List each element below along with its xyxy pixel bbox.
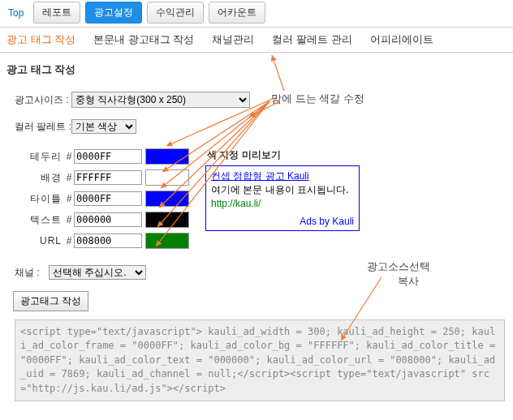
hash-icon: #	[64, 214, 74, 225]
select-palette[interactable]: 기본 색상	[71, 119, 136, 134]
annotation-source-note-2: 복사	[398, 274, 419, 289]
input-bg-color[interactable]	[74, 170, 142, 185]
label-bg: 배경	[15, 171, 64, 185]
swatch-url	[145, 233, 189, 249]
label-channel: 채널 :	[15, 266, 49, 280]
preview-text: 여기에 본문 내용이 표시됩니다.	[211, 183, 354, 197]
subtab-create-tag[interactable]: 광고 태그 작성	[6, 32, 75, 47]
swatch-title	[145, 191, 189, 207]
preview-box: 컨셉 정합형 광고 Kauli 여기에 본문 내용이 표시됩니다. http:/…	[205, 165, 360, 231]
subtab-palette[interactable]: 컬러 팔레트 관리	[272, 32, 351, 47]
preview-heading: 색 지정 미리보기	[207, 148, 360, 162]
preview-ads-by: Ads by Kauli	[211, 215, 354, 229]
select-ad-size[interactable]: 중형 직사각형(300 x 250)	[71, 92, 250, 108]
label-text: 텍스트	[15, 213, 64, 227]
swatch-text	[145, 212, 189, 228]
select-channel[interactable]: 선택해 주십시오.	[49, 265, 146, 280]
subtab-channel[interactable]: 채널관리	[212, 32, 254, 47]
tab-ad-settings[interactable]: 광고설정	[85, 2, 142, 24]
swatch-bg	[145, 169, 189, 186]
page-root: Top 레포트 광고설정 수익관리 어카운트 광고 태그 작성 본문내 광고태그…	[0, 0, 513, 420]
preview-title: 컨셉 정합형 광고 Kauli	[211, 169, 354, 183]
hash-icon: #	[64, 235, 74, 246]
label-palette: 컬러 팔레트 :	[15, 120, 71, 134]
label-title: 타이틀	[15, 192, 64, 206]
preview-area: 색 지정 미리보기 컨셉 정합형 광고 Kauli 여기에 본문 내용이 표시됩…	[205, 148, 360, 231]
subtab-body-tag[interactable]: 본문내 광고태그 작성	[93, 32, 194, 47]
page-title: 광고 태그 작성	[6, 62, 513, 77]
swatch-border	[145, 148, 189, 165]
label-border: 테두리	[15, 150, 64, 164]
input-url-color[interactable]	[74, 234, 142, 248]
annotation-color-note: 맘에 드는 색갈 수정	[271, 92, 364, 106]
hash-icon: #	[64, 193, 74, 204]
hash-icon: #	[64, 172, 74, 183]
top-tab-bar: Top 레포트 광고설정 수익관리 어카운트	[0, 0, 513, 28]
tab-report[interactable]: 레포트	[33, 2, 80, 24]
input-text-color[interactable]	[74, 212, 142, 227]
color-fields: 테두리 # 배경 # 타이틀 # 텍스트	[15, 148, 189, 254]
hash-icon: #	[64, 151, 74, 162]
generate-tag-button[interactable]: 광고태그 작성	[13, 291, 88, 311]
subtab-affiliate[interactable]: 어피리에이트	[370, 32, 433, 47]
annotation-source-note-1: 광고소스선택	[367, 259, 430, 274]
input-title-color[interactable]	[74, 191, 142, 206]
tab-account[interactable]: 어카운트	[209, 2, 265, 24]
label-size: 광고사이즈 :	[15, 93, 71, 107]
tab-revenue[interactable]: 수익관리	[147, 2, 204, 24]
form-area: 광고사이즈 : 중형 직사각형(300 x 250) 컬러 팔레트 : 기본 색…	[0, 92, 513, 280]
input-border-color[interactable]	[74, 149, 142, 164]
label-url: URL	[15, 235, 64, 246]
top-link[interactable]: Top	[3, 6, 28, 20]
code-output[interactable]: <script type="text/javascript"> kauli_ad…	[15, 319, 505, 401]
sub-tab-bar: 광고 태그 작성 본문내 광고태그 작성 채널관리 컬러 팔레트 관리 어피리에…	[0, 28, 513, 53]
preview-url: http://kau.li/	[211, 197, 354, 211]
